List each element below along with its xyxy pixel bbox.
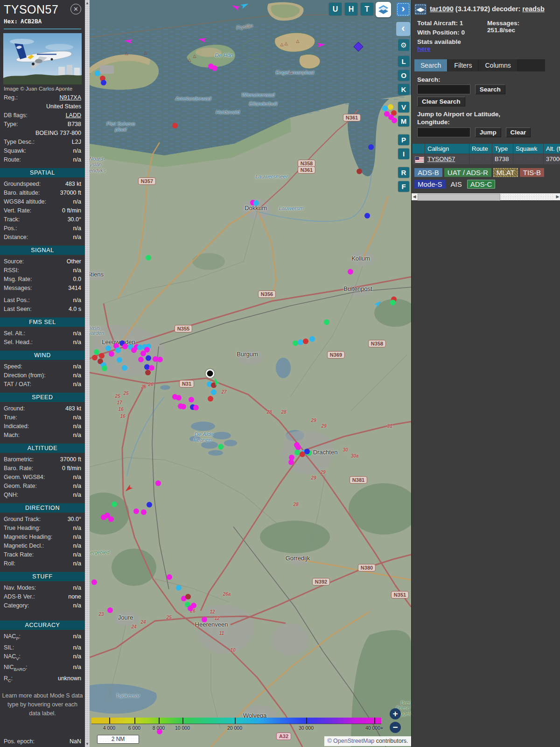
- aircraft-dot[interactable]: [185, 594, 191, 599]
- decoder-link[interactable]: readsb: [522, 5, 545, 13]
- aircraft-dot[interactable]: [388, 104, 393, 110]
- aircraft-dot[interactable]: [390, 300, 396, 305]
- aircraft-dot[interactable]: [101, 80, 106, 85]
- map-button-t[interactable]: T: [361, 3, 373, 15]
- aircraft-dot[interactable]: [253, 200, 259, 206]
- map-button-i[interactable]: I: [398, 148, 409, 159]
- tab-search[interactable]: Search: [414, 59, 447, 71]
- aircraft-dot[interactable]: [191, 603, 196, 608]
- aircraft-dot[interactable]: [176, 395, 182, 401]
- aircraft-dot[interactable]: [141, 509, 147, 515]
- aircraft-dot[interactable]: [112, 501, 117, 507]
- aircraft-dot[interactable]: [303, 338, 308, 344]
- jump-input[interactable]: [417, 127, 470, 137]
- stats-here-link[interactable]: here: [417, 45, 431, 52]
- aircraft-dot[interactable]: [157, 357, 163, 362]
- cell-callsign[interactable]: TYSON57: [425, 154, 469, 164]
- aircraft-dot[interactable]: [218, 444, 224, 450]
- app-link[interactable]: tar1090: [430, 5, 454, 13]
- search-button[interactable]: Search: [475, 85, 505, 94]
- aircraft-dot[interactable]: [92, 355, 98, 360]
- scrollbar-thumb[interactable]: [418, 194, 500, 201]
- map-button-m[interactable]: M: [398, 116, 409, 127]
- aircraft-dot[interactable]: [172, 123, 178, 128]
- filter-tisb[interactable]: TIS-B: [520, 168, 544, 177]
- table-header[interactable]: Type: [492, 144, 513, 154]
- osm-link[interactable]: © OpenStreetMap: [327, 738, 374, 744]
- aircraft-dot[interactable]: [357, 169, 362, 174]
- tab-columns[interactable]: Columns: [479, 59, 517, 71]
- map-button-u[interactable]: U: [329, 3, 342, 15]
- clear-search-button[interactable]: Clear Search: [417, 97, 465, 106]
- aircraft-dot[interactable]: [107, 607, 113, 613]
- table-header[interactable]: Alt. (ft): [544, 144, 560, 154]
- table-horizontal-scrollbar[interactable]: ◀ ▶: [412, 193, 560, 200]
- aircraft-dot[interactable]: [149, 365, 154, 371]
- aircraft-dot[interactable]: [146, 355, 151, 361]
- aircraft-dot[interactable]: [189, 397, 194, 402]
- aircraft-dot[interactable]: [167, 574, 172, 580]
- zoom-in-button[interactable]: +: [390, 708, 401, 719]
- scroll-down-icon[interactable]: ▼: [85, 742, 90, 746]
- map-button-r[interactable]: R: [398, 167, 409, 178]
- map-button-h[interactable]: H: [345, 3, 357, 15]
- aircraft-dot[interactable]: [304, 449, 310, 454]
- aircraft-dot[interactable]: [146, 255, 151, 261]
- panel-expand-button[interactable]: ›: [396, 2, 410, 16]
- aircraft-dot[interactable]: [364, 213, 370, 218]
- aircraft-dot[interactable]: [131, 347, 137, 353]
- filter-adsb[interactable]: ADS-B: [414, 168, 442, 177]
- filter-modes[interactable]: Mode-S: [414, 180, 446, 189]
- map-button-f[interactable]: F: [398, 181, 409, 192]
- aircraft-dot[interactable]: [91, 579, 97, 585]
- aircraft-dot[interactable]: [140, 351, 146, 356]
- table-header[interactable]: Squawk: [513, 144, 543, 154]
- table-header[interactable]: [413, 144, 425, 154]
- scroll-up-icon[interactable]: ▲: [85, 1, 90, 5]
- map-button-l[interactable]: L: [398, 56, 409, 67]
- aircraft-dot[interactable]: [211, 389, 217, 395]
- field-value-link[interactable]: LADD: [66, 111, 81, 120]
- aircraft-dot[interactable]: [122, 344, 128, 349]
- filter-ais[interactable]: AIS: [448, 180, 465, 189]
- aircraft-dot[interactable]: [108, 516, 114, 522]
- sidebar-scrollbar[interactable]: ▲ ▼: [85, 0, 90, 747]
- aircraft-dot[interactable]: [115, 347, 121, 353]
- search-input[interactable]: [417, 85, 470, 94]
- aircraft-dot[interactable]: [193, 405, 199, 410]
- aircraft-dot[interactable]: [109, 351, 114, 357]
- aircraft-dot[interactable]: [324, 319, 329, 325]
- scroll-right-icon[interactable]: ▶: [555, 193, 560, 200]
- aircraft-dot[interactable]: [288, 459, 294, 465]
- settings-button[interactable]: ⚙: [398, 39, 409, 51]
- aircraft-dot[interactable]: [348, 269, 353, 275]
- aircraft-dot[interactable]: [138, 357, 144, 362]
- tab-filters[interactable]: Filters: [448, 59, 478, 71]
- filter-adsc[interactable]: ADS-C: [467, 180, 496, 189]
- filter-mlat[interactable]: MLAT: [493, 168, 518, 177]
- aircraft-dot[interactable]: [202, 617, 207, 622]
- aircraft-dot[interactable]: [392, 118, 397, 123]
- aircraft-dot[interactable]: [382, 106, 388, 111]
- aircraft-dot[interactable]: [155, 480, 161, 486]
- selected-position-marker[interactable]: [206, 369, 215, 378]
- close-icon[interactable]: ✕: [70, 4, 81, 14]
- aircraft-dot[interactable]: [309, 336, 315, 342]
- map-button-p[interactable]: P: [398, 134, 409, 145]
- aircraft-dot[interactable]: [368, 144, 374, 150]
- aircraft-dot[interactable]: [95, 70, 100, 76]
- table-header[interactable]: Callsign: [425, 144, 469, 154]
- aircraft-dot[interactable]: [117, 357, 122, 363]
- jump-button[interactable]: Jump: [475, 127, 501, 137]
- filter-uat[interactable]: UAT / ADS-R: [444, 168, 491, 177]
- panel-collapse-button[interactable]: ‹: [396, 22, 410, 36]
- map-button-v[interactable]: V: [398, 102, 409, 113]
- layers-button[interactable]: [376, 2, 391, 17]
- aircraft-dot[interactable]: [99, 353, 105, 359]
- aircraft-dot[interactable]: [122, 365, 127, 371]
- jump-clear-button[interactable]: Clear: [506, 127, 531, 137]
- aircraft-dot[interactable]: [176, 585, 182, 591]
- aircraft-dot[interactable]: [94, 349, 99, 355]
- aircraft-dot[interactable]: [105, 345, 111, 351]
- aircraft-dot[interactable]: [208, 396, 213, 402]
